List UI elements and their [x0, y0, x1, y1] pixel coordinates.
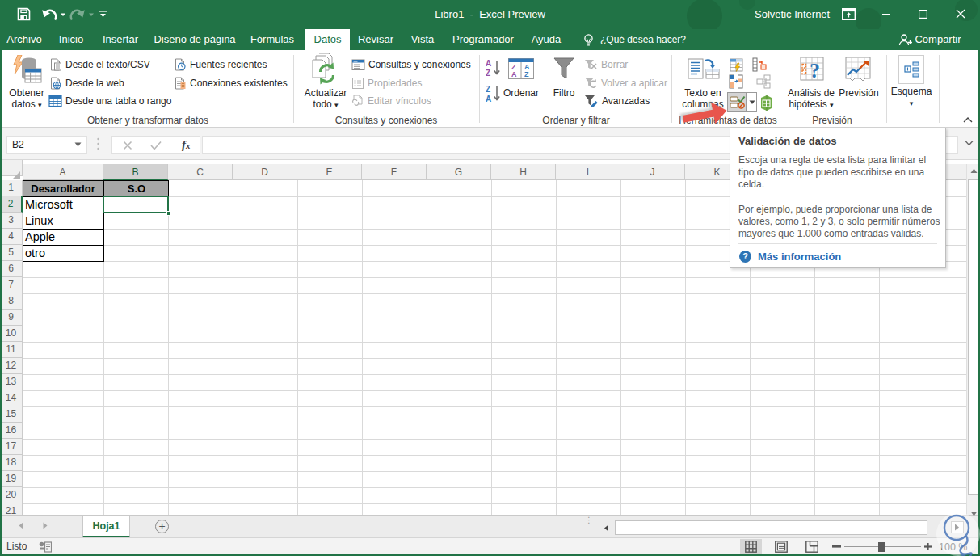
svg-text:Z: Z — [524, 70, 529, 78]
svg-text:A: A — [486, 95, 491, 103]
svg-text:?: ? — [810, 59, 820, 82]
svg-text:Z: Z — [486, 85, 490, 94]
svg-text:A: A — [511, 70, 517, 78]
svg-text:Z: Z — [486, 69, 490, 78]
svg-text:A: A — [486, 59, 491, 68]
